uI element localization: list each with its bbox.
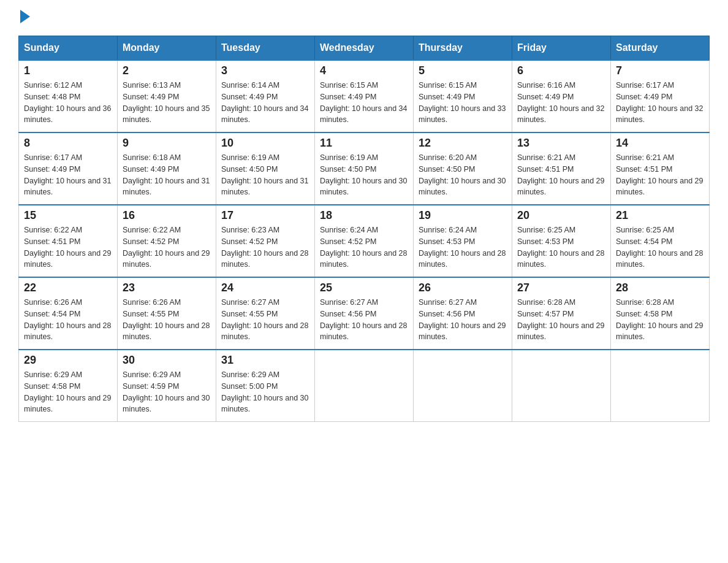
logo-arrow-icon: [20, 10, 30, 23]
week-row-2: 8Sunrise: 6:17 AMSunset: 4:49 PMDaylight…: [19, 132, 710, 205]
weekday-header-sunday: Sunday: [19, 36, 118, 61]
day-number: 30: [123, 354, 211, 367]
day-number: 22: [24, 282, 112, 294]
day-info: Sunrise: 6:19 AMSunset: 4:50 PMDaylight:…: [320, 152, 408, 198]
day-number: 8: [24, 137, 112, 150]
week-row-3: 15Sunrise: 6:22 AMSunset: 4:51 PMDayligh…: [19, 205, 710, 277]
calendar-cell: 4Sunrise: 6:15 AMSunset: 4:49 PMDaylight…: [315, 60, 414, 132]
day-info: Sunrise: 6:25 AMSunset: 4:53 PMDaylight:…: [517, 224, 605, 270]
day-info: Sunrise: 6:25 AMSunset: 4:54 PMDaylight:…: [616, 224, 704, 270]
day-number: 19: [419, 209, 507, 222]
day-info: Sunrise: 6:29 AMSunset: 5:00 PMDaylight:…: [221, 369, 309, 415]
weekday-header-saturday: Saturday: [611, 36, 710, 61]
day-number: 28: [616, 282, 704, 294]
day-number: 23: [123, 282, 211, 294]
weekday-header-tuesday: Tuesday: [216, 36, 315, 61]
weekday-header-wednesday: Wednesday: [315, 36, 414, 61]
day-info: Sunrise: 6:24 AMSunset: 4:52 PMDaylight:…: [320, 224, 408, 270]
calendar-cell: 17Sunrise: 6:23 AMSunset: 4:52 PMDayligh…: [216, 205, 315, 277]
day-number: 25: [320, 282, 408, 294]
day-info: Sunrise: 6:20 AMSunset: 4:50 PMDaylight:…: [419, 152, 507, 198]
calendar-cell: 10Sunrise: 6:19 AMSunset: 4:50 PMDayligh…: [216, 132, 315, 205]
logo: [18, 12, 30, 23]
day-info: Sunrise: 6:26 AMSunset: 4:55 PMDaylight:…: [123, 297, 211, 343]
day-number: 1: [24, 64, 112, 77]
day-number: 5: [419, 64, 507, 77]
day-number: 7: [616, 64, 704, 77]
day-number: 13: [517, 137, 605, 150]
day-info: Sunrise: 6:13 AMSunset: 4:49 PMDaylight:…: [123, 80, 211, 126]
day-info: Sunrise: 6:19 AMSunset: 4:50 PMDaylight:…: [221, 152, 309, 198]
day-info: Sunrise: 6:26 AMSunset: 4:54 PMDaylight:…: [24, 297, 112, 343]
day-info: Sunrise: 6:17 AMSunset: 4:49 PMDaylight:…: [24, 152, 112, 198]
day-number: 17: [221, 209, 309, 222]
day-info: Sunrise: 6:28 AMSunset: 4:58 PMDaylight:…: [616, 297, 704, 343]
day-number: 31: [221, 354, 309, 367]
calendar-cell: 8Sunrise: 6:17 AMSunset: 4:49 PMDaylight…: [19, 132, 118, 205]
day-info: Sunrise: 6:22 AMSunset: 4:51 PMDaylight:…: [24, 224, 112, 270]
calendar-cell: [414, 350, 512, 422]
week-row-1: 1Sunrise: 6:12 AMSunset: 4:48 PMDaylight…: [19, 60, 710, 132]
day-info: Sunrise: 6:29 AMSunset: 4:58 PMDaylight:…: [24, 369, 112, 415]
calendar-cell: 29Sunrise: 6:29 AMSunset: 4:58 PMDayligh…: [19, 350, 118, 422]
calendar-cell: 30Sunrise: 6:29 AMSunset: 4:59 PMDayligh…: [118, 350, 216, 422]
day-number: 3: [221, 64, 309, 77]
day-info: Sunrise: 6:27 AMSunset: 4:56 PMDaylight:…: [419, 297, 507, 343]
day-number: 18: [320, 209, 408, 222]
calendar-cell: 5Sunrise: 6:15 AMSunset: 4:49 PMDaylight…: [414, 60, 512, 132]
calendar-cell: 12Sunrise: 6:20 AMSunset: 4:50 PMDayligh…: [414, 132, 512, 205]
calendar-cell: 19Sunrise: 6:24 AMSunset: 4:53 PMDayligh…: [414, 205, 512, 277]
calendar-cell: 14Sunrise: 6:21 AMSunset: 4:51 PMDayligh…: [611, 132, 710, 205]
calendar-cell: 6Sunrise: 6:16 AMSunset: 4:49 PMDaylight…: [512, 60, 611, 132]
calendar-cell: 24Sunrise: 6:27 AMSunset: 4:55 PMDayligh…: [216, 277, 315, 350]
day-info: Sunrise: 6:27 AMSunset: 4:55 PMDaylight:…: [221, 297, 309, 343]
weekday-header-thursday: Thursday: [414, 36, 512, 61]
day-info: Sunrise: 6:24 AMSunset: 4:53 PMDaylight:…: [419, 224, 507, 270]
day-number: 9: [123, 137, 211, 150]
day-info: Sunrise: 6:15 AMSunset: 4:49 PMDaylight:…: [320, 80, 408, 126]
calendar-cell: 7Sunrise: 6:17 AMSunset: 4:49 PMDaylight…: [611, 60, 710, 132]
calendar-cell: 28Sunrise: 6:28 AMSunset: 4:58 PMDayligh…: [611, 277, 710, 350]
calendar-cell: 25Sunrise: 6:27 AMSunset: 4:56 PMDayligh…: [315, 277, 414, 350]
day-number: 21: [616, 209, 704, 222]
day-number: 27: [517, 282, 605, 294]
day-info: Sunrise: 6:27 AMSunset: 4:56 PMDaylight:…: [320, 297, 408, 343]
day-info: Sunrise: 6:17 AMSunset: 4:49 PMDaylight:…: [616, 80, 704, 126]
day-info: Sunrise: 6:22 AMSunset: 4:52 PMDaylight:…: [123, 224, 211, 270]
calendar-cell: 2Sunrise: 6:13 AMSunset: 4:49 PMDaylight…: [118, 60, 216, 132]
weekday-header-friday: Friday: [512, 36, 611, 61]
calendar-cell: 22Sunrise: 6:26 AMSunset: 4:54 PMDayligh…: [19, 277, 118, 350]
day-info: Sunrise: 6:16 AMSunset: 4:49 PMDaylight:…: [517, 80, 605, 126]
calendar-cell: 26Sunrise: 6:27 AMSunset: 4:56 PMDayligh…: [414, 277, 512, 350]
calendar-cell: 23Sunrise: 6:26 AMSunset: 4:55 PMDayligh…: [118, 277, 216, 350]
weekday-header-monday: Monday: [118, 36, 216, 61]
day-info: Sunrise: 6:23 AMSunset: 4:52 PMDaylight:…: [221, 224, 309, 270]
calendar-cell: 9Sunrise: 6:18 AMSunset: 4:49 PMDaylight…: [118, 132, 216, 205]
day-number: 6: [517, 64, 605, 77]
calendar-cell: 27Sunrise: 6:28 AMSunset: 4:57 PMDayligh…: [512, 277, 611, 350]
calendar-cell: 3Sunrise: 6:14 AMSunset: 4:49 PMDaylight…: [216, 60, 315, 132]
calendar-cell: 20Sunrise: 6:25 AMSunset: 4:53 PMDayligh…: [512, 205, 611, 277]
day-number: 29: [24, 354, 112, 367]
calendar-cell: 21Sunrise: 6:25 AMSunset: 4:54 PMDayligh…: [611, 205, 710, 277]
day-number: 12: [419, 137, 507, 150]
week-row-5: 29Sunrise: 6:29 AMSunset: 4:58 PMDayligh…: [19, 350, 710, 422]
day-number: 20: [517, 209, 605, 222]
calendar-cell: [512, 350, 611, 422]
day-number: 26: [419, 282, 507, 294]
day-info: Sunrise: 6:18 AMSunset: 4:49 PMDaylight:…: [123, 152, 211, 198]
day-info: Sunrise: 6:15 AMSunset: 4:49 PMDaylight:…: [419, 80, 507, 126]
calendar-cell: [611, 350, 710, 422]
calendar-table: SundayMondayTuesdayWednesdayThursdayFrid…: [18, 36, 710, 422]
day-number: 11: [320, 137, 408, 150]
day-number: 10: [221, 137, 309, 150]
calendar-cell: 1Sunrise: 6:12 AMSunset: 4:48 PMDaylight…: [19, 60, 118, 132]
week-row-4: 22Sunrise: 6:26 AMSunset: 4:54 PMDayligh…: [19, 277, 710, 350]
day-info: Sunrise: 6:12 AMSunset: 4:48 PMDaylight:…: [24, 80, 112, 126]
day-number: 2: [123, 64, 211, 77]
day-info: Sunrise: 6:21 AMSunset: 4:51 PMDaylight:…: [616, 152, 704, 198]
day-number: 14: [616, 137, 704, 150]
calendar-cell: 11Sunrise: 6:19 AMSunset: 4:50 PMDayligh…: [315, 132, 414, 205]
calendar-cell: [315, 350, 414, 422]
page-header: [18, 12, 710, 23]
